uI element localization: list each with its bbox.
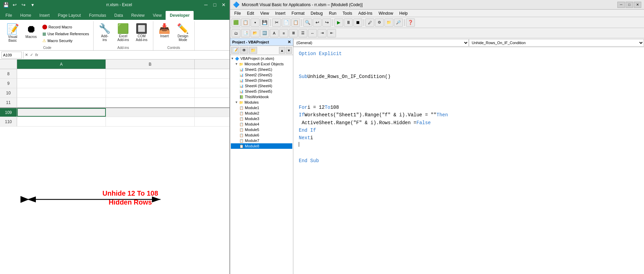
menu-debug[interactable]: Debug xyxy=(308,10,325,16)
tab-view[interactable]: View xyxy=(149,11,166,20)
tree-module5[interactable]: 📋 Module5 xyxy=(231,127,292,132)
tree-thisworkbook[interactable]: 📗 ThisWorkbook xyxy=(231,94,292,100)
vba-tb2-btn11[interactable]: ⇤ xyxy=(327,29,336,37)
tree-module2[interactable]: 📋 Module2 xyxy=(231,110,292,116)
vba-restore-btn[interactable]: □ xyxy=(626,2,633,8)
vba-cut-btn[interactable]: ✂ xyxy=(272,18,281,27)
view-code-btn[interactable]: 📝 xyxy=(231,47,239,54)
tab-home[interactable]: Home xyxy=(16,11,35,20)
vba-tb2-btn3[interactable]: 📂 xyxy=(251,29,260,37)
vba-run-btn[interactable]: ▶ xyxy=(334,18,343,27)
vba-redo-btn[interactable]: ↪ xyxy=(322,18,331,27)
panel-scroll-down[interactable]: ▼ xyxy=(286,47,292,54)
tab-formulas[interactable]: Formulas xyxy=(85,11,110,20)
cancel-formula-icon[interactable]: ✕ xyxy=(25,53,28,57)
add-ins-button[interactable]: 🔧 Add-ins xyxy=(96,23,113,43)
tree-module6[interactable]: 📋 Module6 xyxy=(231,132,292,138)
vba-tb2-btn4[interactable]: 🔤 xyxy=(260,29,269,37)
cell-b11[interactable] xyxy=(106,98,195,107)
tree-sheet4[interactable]: 📊 Sheet4 (Sheet4) xyxy=(231,83,292,89)
tab-data[interactable]: Data xyxy=(110,11,127,20)
cell-a8[interactable] xyxy=(17,69,106,78)
view-object-btn[interactable]: 👁 xyxy=(240,47,248,54)
menu-tools[interactable]: Tools xyxy=(340,10,355,16)
panel-scroll-up[interactable]: ▲ xyxy=(279,47,285,54)
tree-sheet1[interactable]: 📊 Sheet1 (Sheet1) xyxy=(231,67,292,72)
name-box[interactable] xyxy=(1,52,22,58)
tree-module4[interactable]: 📋 Module4 xyxy=(231,121,292,127)
vba-reset-btn[interactable]: ⏹ xyxy=(353,18,362,27)
excel-add-ins-button[interactable]: 🟩 ExcelAdd-ins xyxy=(115,23,132,43)
vba-tb2-btn6[interactable]: ≡ xyxy=(279,29,288,37)
vba-tb2-btn2[interactable]: 📑 xyxy=(241,29,250,37)
toggle-folders-btn[interactable]: 📁 xyxy=(249,47,257,54)
menu-addins[interactable]: Add-Ins xyxy=(355,10,375,16)
cell-b110[interactable] xyxy=(106,117,195,126)
undo-icon[interactable]: ↩ xyxy=(11,1,18,9)
code-editor[interactable]: Option Explicit Sub Unhide_Rows_On_IF_Co… xyxy=(293,47,644,274)
tab-developer[interactable]: Developer xyxy=(166,11,194,20)
tree-modules-folder[interactable]: ▼ 📁 Modules xyxy=(231,100,292,105)
tree-sheet2[interactable]: 📊 Sheet2 (Sheet2) xyxy=(231,72,292,78)
vba-excel-icon-btn[interactable]: 🟩 xyxy=(232,18,240,27)
menu-edit[interactable]: Edit xyxy=(244,10,257,16)
cell-b109[interactable] xyxy=(106,108,195,117)
use-relative-references-button[interactable]: ▦ Use Relative References xyxy=(41,31,90,37)
menu-run[interactable]: Run xyxy=(326,10,339,16)
tab-review[interactable]: Review xyxy=(127,11,149,20)
insert-function-icon[interactable]: fx xyxy=(35,53,38,57)
vba-find-btn[interactable]: 🔍 xyxy=(303,18,312,27)
column-header-b[interactable]: B xyxy=(106,60,195,69)
vba-tb2-btn8[interactable]: ☰ xyxy=(298,29,307,37)
vba-help-btn[interactable]: ❓ xyxy=(406,18,415,27)
vba-paste-btn[interactable]: 📋 xyxy=(291,18,300,27)
vba-tb2-btn10[interactable]: ⇥ xyxy=(318,29,326,37)
vba-copy-btn[interactable]: 📄 xyxy=(282,18,291,27)
cell-a9[interactable] xyxy=(17,79,106,88)
menu-insert[interactable]: Insert xyxy=(272,10,288,16)
vba-undo-btn[interactable]: ↩ xyxy=(313,18,322,27)
tab-insert[interactable]: Insert xyxy=(35,11,54,20)
vba-break-btn[interactable]: ⏸ xyxy=(344,18,353,27)
cell-a110[interactable] xyxy=(17,117,106,126)
vba-props-btn[interactable]: ⚙ xyxy=(375,18,384,27)
formula-input[interactable] xyxy=(40,53,228,57)
vba-tb2-btn1[interactable]: 🗂 xyxy=(232,29,240,37)
vba-tb2-btn7[interactable]: ≣ xyxy=(289,29,298,37)
restore-icon[interactable]: □ xyxy=(211,1,219,9)
qa-dropdown-icon[interactable]: ▾ xyxy=(29,1,36,9)
vba-save-btn[interactable]: 💾 xyxy=(260,18,269,27)
vba-proj-btn[interactable]: 📁 xyxy=(384,18,393,27)
menu-help[interactable]: Help xyxy=(396,10,410,16)
tree-module8[interactable]: 📋 Module8 xyxy=(231,143,292,149)
tab-page-layout[interactable]: Page Layout xyxy=(54,11,85,20)
redo-icon[interactable]: ↪ xyxy=(20,1,27,9)
vba-dropdown-btn[interactable]: ▾ xyxy=(251,18,260,27)
record-macro-button[interactable]: Record Macro xyxy=(41,24,90,30)
tree-module1[interactable]: 📋 Module1 xyxy=(231,105,292,110)
close-icon[interactable]: ✕ xyxy=(220,1,227,9)
vba-close-btn[interactable]: ✕ xyxy=(634,2,641,8)
cell-b8[interactable] xyxy=(106,69,195,78)
tree-module7[interactable]: 📋 Module7 xyxy=(231,138,292,143)
macros-button[interactable]: ⏺ Macros xyxy=(23,23,40,40)
vba-design-btn[interactable]: 🖊 xyxy=(365,18,374,27)
vba-minimize-btn[interactable]: ─ xyxy=(617,2,625,8)
menu-window[interactable]: Window xyxy=(376,10,396,16)
minimize-icon[interactable]: ─ xyxy=(202,1,210,9)
tree-sheet5[interactable]: 📊 Sheet5 (Sheet5) xyxy=(231,89,292,94)
cell-a109[interactable] xyxy=(17,108,106,117)
menu-file[interactable]: File xyxy=(232,10,243,16)
menu-view[interactable]: View xyxy=(257,10,272,16)
general-selector[interactable]: (General) xyxy=(293,39,469,47)
tree-sheet3[interactable]: 📊 Sheet3 (Sheet3) xyxy=(231,78,292,83)
column-header-a[interactable]: A xyxy=(17,60,106,69)
cell-a10[interactable] xyxy=(17,88,106,97)
macro-security-button[interactable]: ⚠ Macro Security xyxy=(41,38,90,44)
tree-module3[interactable]: 📋 Module3 xyxy=(231,116,292,121)
tree-excel-objects[interactable]: ▼ 📁 Microsoft Excel Objects xyxy=(231,61,292,67)
tree-vbaproject[interactable]: ▼ 🔷 VBAProject (rr.xlsm) xyxy=(231,56,292,61)
project-panel-close[interactable]: ✕ xyxy=(288,40,291,44)
vba-tb2-btn9[interactable]: ↔ xyxy=(308,29,317,37)
vba-tb2-btn5[interactable]: A xyxy=(270,29,279,37)
